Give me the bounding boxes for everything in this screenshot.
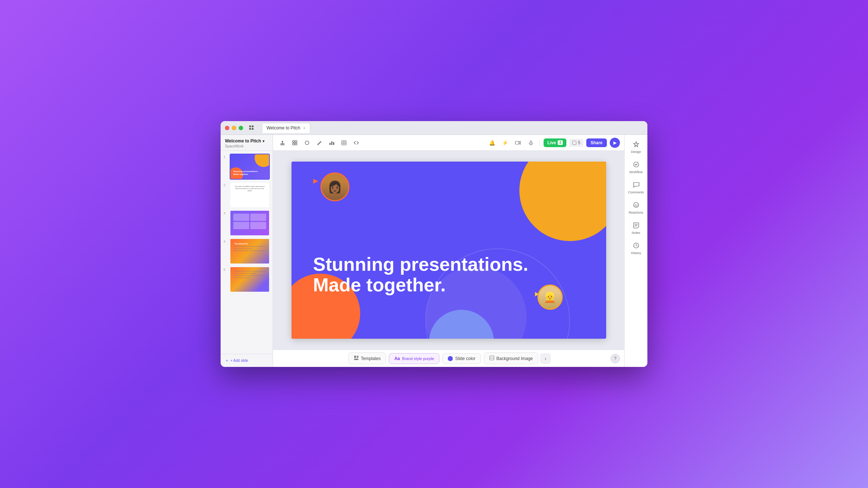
templates-label: Templates	[361, 356, 381, 361]
slide-thumbnail-4[interactable]: Founding story	[230, 238, 270, 264]
workflow-button[interactable]: Workflow	[627, 158, 646, 177]
svg-rect-8	[293, 143, 294, 145]
slide-number-1: 1	[224, 154, 228, 159]
plus-icon: ＋	[225, 358, 229, 363]
toolbar-right: 🔔 ⚡	[487, 138, 620, 148]
svg-rect-0	[249, 125, 251, 127]
reactions-label: Reactions	[629, 211, 643, 214]
traffic-lights	[225, 126, 243, 130]
maximize-button[interactable]	[239, 126, 243, 130]
embed-icon[interactable]	[351, 138, 361, 148]
mic-icon[interactable]	[526, 138, 536, 148]
bell-icon[interactable]: 🔔	[487, 138, 497, 148]
design-button[interactable]: Design	[627, 138, 646, 157]
bolt-icon[interactable]: ⚡	[500, 138, 510, 148]
help-button[interactable]: ?	[610, 354, 620, 363]
reactions-button[interactable]: Reactions	[627, 198, 646, 217]
slide-canvas-wrapper: ▶ ▶ 👩🏾 Stunning presentations. Made toge…	[273, 151, 624, 350]
title-bar: Welcome to Pitch ×	[221, 121, 647, 135]
chart-icon[interactable]	[327, 138, 337, 148]
svg-rect-22	[354, 356, 356, 358]
background-image-button[interactable]: Background Image	[484, 352, 539, 364]
live-label: Live	[547, 140, 556, 145]
active-tab[interactable]: Welcome to Pitch ×	[262, 123, 310, 133]
pen-icon[interactable]	[314, 138, 324, 148]
design-label: Design	[631, 150, 641, 154]
list-item: 4 Founding story	[224, 238, 270, 264]
background-image-icon	[489, 355, 494, 361]
slide-thumbnail-3[interactable]	[230, 210, 270, 236]
avatar-top: 👩🏾	[320, 172, 349, 201]
live-button[interactable]: Live 2	[544, 138, 566, 147]
notes-button[interactable]: Notes	[627, 219, 646, 237]
reactions-icon	[633, 202, 639, 210]
list-item: 5	[224, 266, 270, 292]
bottom-toolbar: Templates Aa Brand style purple Slide co…	[273, 350, 624, 367]
brand-style-button[interactable]: Aa Brand style purple	[389, 353, 439, 364]
list-item: 1 Stunning presentations.Made together.	[224, 154, 270, 180]
svg-point-31	[637, 204, 637, 205]
table-icon[interactable]	[339, 138, 349, 148]
close-button[interactable]	[225, 126, 229, 130]
right-sidebar: Design Workflow Comments	[624, 135, 647, 367]
upload-icon[interactable]	[277, 138, 288, 148]
thumb-grid-cell	[250, 222, 266, 229]
svg-rect-2	[249, 128, 251, 130]
presentation-title[interactable]: Welcome to Pitch ▾	[225, 138, 268, 144]
avatar-face-1: 👩🏾	[322, 174, 348, 200]
add-slide-button[interactable]: ＋ + Add slide	[221, 354, 273, 367]
svg-rect-23	[357, 356, 358, 358]
decoration-yellow-circle	[519, 162, 606, 241]
slide-thumbnail-1[interactable]: Stunning presentations.Made together.	[230, 154, 270, 180]
slide-canvas[interactable]: ▶ ▶ 👩🏾 Stunning presentations. Made toge…	[292, 162, 606, 339]
svg-rect-25	[490, 356, 494, 360]
templates-button[interactable]: Templates	[348, 352, 386, 364]
svg-rect-7	[295, 141, 297, 142]
slide-number-3: 3	[224, 210, 228, 215]
slide-count-display: 5	[569, 139, 583, 147]
slide-color-button[interactable]: Slide color	[442, 353, 481, 364]
svg-rect-1	[252, 125, 254, 127]
thumb-grid-3	[230, 211, 269, 232]
background-image-label: Background Image	[497, 356, 533, 361]
shapes-icon[interactable]	[302, 138, 312, 148]
comments-icon	[633, 181, 639, 189]
svg-rect-21	[573, 141, 576, 145]
sidebar-header: Welcome to Pitch ▾ SpaceWork	[221, 135, 273, 151]
expand-button[interactable]: ›	[540, 354, 550, 364]
history-button[interactable]: History	[627, 239, 646, 258]
minimize-button[interactable]	[232, 126, 236, 130]
comments-button[interactable]: Comments	[627, 178, 646, 197]
chevron-down-icon: ▾	[263, 139, 264, 143]
svg-rect-13	[333, 142, 334, 145]
notes-label: Notes	[632, 231, 641, 235]
thumb-grid-cell	[233, 222, 249, 229]
comments-label: Comments	[628, 191, 644, 194]
history-icon	[633, 242, 639, 250]
thumb-grid-cell	[233, 214, 249, 221]
tab-close-icon[interactable]: ×	[303, 126, 305, 130]
svg-rect-19	[530, 141, 532, 143]
slides-panel: Welcome to Pitch ▾ SpaceWork 1 Stunning …	[221, 135, 273, 367]
brand-style-icon: Aa	[394, 356, 400, 361]
cursor-arrow-1: ▶	[313, 177, 318, 185]
grid-icon[interactable]	[247, 124, 256, 132]
svg-point-30	[635, 204, 635, 205]
frame-icon[interactable]	[290, 138, 300, 148]
video-icon[interactable]	[513, 138, 523, 148]
workflow-label: Workflow	[629, 170, 643, 174]
list-item: 3	[224, 210, 270, 236]
svg-rect-11	[329, 143, 331, 145]
slides-list: 1 Stunning presentations.Made together. …	[221, 151, 273, 354]
slide-thumbnail-5[interactable]	[230, 266, 270, 292]
play-button[interactable]: ▶	[610, 138, 620, 148]
svg-rect-18	[515, 141, 519, 144]
svg-rect-9	[295, 143, 297, 145]
slide-thumb-bg-5	[230, 267, 269, 292]
slide-thumb-bg-4: Founding story	[230, 239, 269, 264]
live-count: 2	[558, 140, 563, 145]
thumb-text-2: To provide every Martian with an opportu…	[233, 185, 266, 192]
slide-thumbnail-2[interactable]: To provide every Martian with an opportu…	[230, 182, 270, 208]
thumb-grid-cell	[250, 214, 266, 221]
share-button[interactable]: Share	[586, 138, 607, 147]
